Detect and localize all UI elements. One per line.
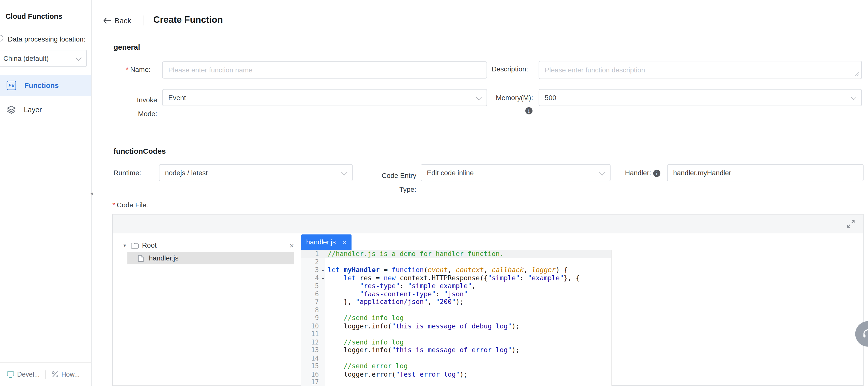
code-entry-type-select[interactable]: Edit code inline — [421, 164, 611, 181]
editor-toolbar — [113, 214, 863, 234]
runtime-value: nodejs / latest — [165, 169, 208, 176]
close-icon[interactable]: × — [342, 239, 347, 246]
memory-value: 500 — [545, 94, 556, 101]
section-title-function-codes: functionCodes — [114, 147, 166, 155]
required-asterisk: * — [126, 66, 129, 73]
code-file-label: *Code File: — [112, 201, 148, 209]
chevron-down-icon — [341, 169, 347, 175]
back-button[interactable]: Back — [115, 16, 131, 25]
invoke-mode-value: Event — [168, 94, 186, 101]
functions-icon — [7, 81, 16, 90]
footer-link-label: Devel... — [17, 371, 39, 378]
code-line[interactable]: 1//handler.js is a demo for handler func… — [301, 250, 611, 258]
dev-tools-icon — [7, 371, 14, 378]
name-input[interactable] — [162, 61, 487, 78]
code-editor-panel: ▾ Root × handler.js handle — [112, 214, 864, 386]
memory-label: Memory(M): — [487, 94, 533, 102]
code-entry-type-value: Edit code inline — [427, 169, 474, 176]
handler-label: Handler: — [625, 169, 651, 177]
code-line[interactable]: 16 logger.error("Test error log"); — [301, 370, 611, 378]
chevron-down-icon — [476, 94, 482, 100]
file-icon — [138, 254, 144, 262]
delete-icon[interactable]: × — [289, 242, 294, 249]
fold-caret-icon[interactable]: ▾ — [322, 275, 324, 283]
name-label: *Name: — [111, 66, 150, 73]
tree-file-label: handler.js — [149, 254, 179, 262]
memory-info-icon[interactable] — [525, 107, 532, 114]
region-select[interactable]: China (default) — [0, 50, 87, 67]
code-line[interactable]: 9 //send info log — [301, 314, 611, 322]
runtime-select[interactable]: nodejs / latest — [159, 164, 352, 181]
code-line[interactable]: 2 — [301, 258, 611, 266]
sidebar-item-label: Layer — [24, 106, 42, 114]
fold-caret-icon[interactable]: ▾ — [322, 267, 324, 275]
code-line[interactable]: 10 logger.info("this is message of debug… — [301, 322, 611, 330]
tab-label: handler.js — [306, 238, 336, 246]
chevron-down-icon — [599, 169, 605, 175]
chevron-down-icon — [850, 94, 857, 100]
code-line[interactable]: 13 logger.info("this is message of error… — [301, 346, 611, 354]
sidebar: Cloud Functions Data processing location… — [0, 0, 92, 386]
region-value: China (default) — [3, 55, 49, 62]
code-line[interactable]: 4▾ let res = new context.HTTPResponse({"… — [301, 274, 611, 282]
required-asterisk: * — [112, 201, 115, 209]
footer-link-howto[interactable]: How... — [51, 371, 80, 378]
resize-grip-icon[interactable] — [854, 72, 859, 77]
section-divider — [102, 133, 868, 133]
sidebar-item-layer[interactable]: Layer — [0, 100, 91, 120]
fullscreen-expand-icon[interactable] — [846, 219, 856, 229]
editor-body: ▾ Root × handler.js handle — [113, 233, 863, 385]
sidebar-footer: Devel... How... — [0, 362, 91, 386]
code-line[interactable]: 6 "faas-content-type": "json" — [301, 290, 611, 298]
region-label: Data processing location: — [8, 35, 85, 43]
region-globe-icon — [0, 35, 3, 41]
tree-file-row-handler-js[interactable]: handler.js — [127, 252, 294, 264]
code-lines[interactable]: 1//handler.js is a demo for handler func… — [301, 250, 612, 386]
code-line[interactable]: 8 — [301, 306, 611, 314]
sidebar-item-functions[interactable]: Functions — [0, 75, 91, 96]
code-entry-type-label: Code EntryType: — [367, 169, 416, 197]
footer-divider — [45, 370, 46, 379]
back-arrow-icon[interactable] — [103, 17, 112, 24]
footer-link-label: How... — [61, 371, 80, 378]
code-column: handler.js × 1//handler.js is a demo for… — [301, 233, 863, 385]
caret-down-icon: ▾ — [123, 243, 126, 248]
code-line[interactable]: 17 — [301, 378, 611, 386]
code-line[interactable]: 11 — [301, 330, 611, 338]
tree-root-label: Root — [142, 242, 157, 249]
app-root: Cloud Functions Data processing location… — [0, 0, 868, 386]
headset-icon — [862, 328, 868, 340]
code-line[interactable]: 7 }, "application/json", "200"); — [301, 298, 611, 306]
invoke-mode-label: InvokeMode: — [114, 94, 157, 121]
code-line[interactable]: 14 — [301, 354, 611, 362]
file-tree: ▾ Root × handler.js — [113, 233, 301, 385]
howto-icon — [51, 371, 58, 378]
runtime-label: Runtime: — [114, 169, 141, 177]
code-line[interactable]: 15 //send error log — [301, 362, 611, 370]
code-line[interactable]: 3▾let myHandler = function(event, contex… — [301, 266, 611, 274]
chevron-down-icon — [75, 55, 82, 61]
section-title-general: general — [114, 43, 140, 51]
sidebar-item-label: Functions — [24, 81, 59, 90]
sidebar-collapse-handle[interactable]: ◂ — [90, 190, 93, 197]
description-label: Description: — [492, 65, 528, 73]
handler-info-icon[interactable] — [653, 170, 660, 177]
tab-handler-js[interactable]: handler.js × — [301, 235, 351, 250]
sidebar-title: Cloud Functions — [5, 12, 62, 21]
handler-input[interactable] — [667, 164, 864, 181]
tree-root-row[interactable]: ▾ Root × — [113, 239, 301, 252]
header-divider — [143, 15, 143, 26]
page-title: Create Function — [153, 14, 223, 25]
memory-select[interactable]: 500 — [539, 89, 862, 106]
code-line[interactable]: 12 //send info log — [301, 338, 611, 346]
code-line[interactable]: 5 "res-type": "simple example", — [301, 282, 611, 290]
folder-icon — [130, 242, 139, 249]
description-input[interactable] — [539, 61, 862, 79]
footer-link-development[interactable]: Devel... — [7, 371, 40, 378]
layer-icon — [7, 106, 16, 114]
editor-tab-bar: handler.js × — [301, 233, 863, 250]
invoke-mode-select[interactable]: Event — [162, 89, 487, 106]
